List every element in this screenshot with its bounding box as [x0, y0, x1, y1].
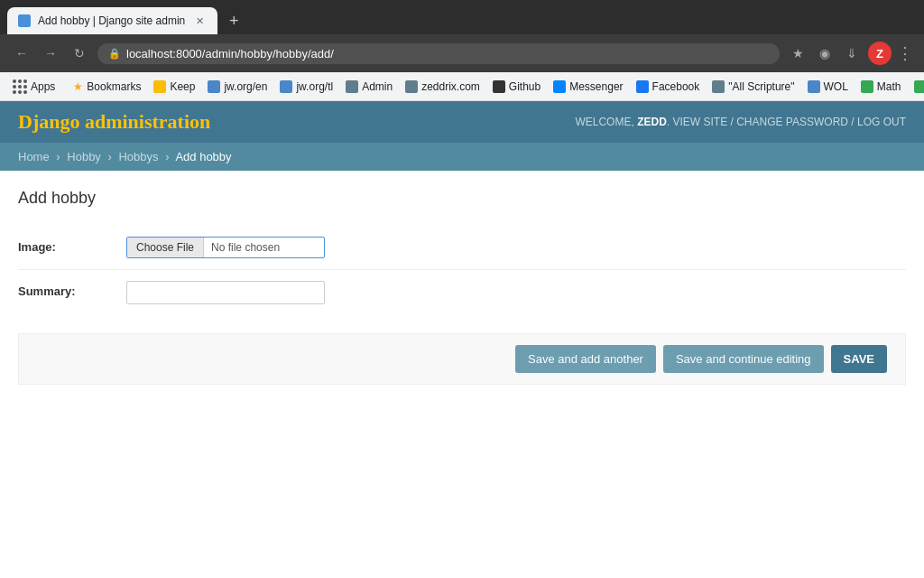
summary-input[interactable]: [126, 281, 325, 304]
bookmark-star-icon: ★: [73, 80, 83, 93]
bookmark-all-scripture[interactable]: "All Scripture": [707, 78, 799, 96]
bookmark-science[interactable]: Science: [909, 78, 924, 96]
django-site-title: Django administration: [18, 110, 210, 134]
breadcrumb-sep-3: ›: [165, 150, 169, 163]
save-continue-editing-button[interactable]: Save and continue editing: [663, 345, 824, 373]
image-form-row: Image: Choose File No file chosen: [18, 226, 906, 270]
bookmark-label: WOL: [824, 80, 848, 93]
add-hobby-form: Image: Choose File No file chosen Summar…: [18, 226, 906, 315]
bookmark-github[interactable]: Github: [487, 78, 546, 96]
bookmarks-bar: Apps ★ Bookmarks Keep jw.org/en jw.org/t…: [0, 72, 924, 101]
bookmark-jw-tl[interactable]: jw.org/tl: [274, 78, 338, 96]
bookmark-label: Github: [509, 80, 541, 93]
apps-bookmark[interactable]: Apps: [7, 77, 60, 97]
submit-row: Save and add another Save and continue e…: [18, 333, 906, 385]
breadcrumb-bar: Home › Hobby › Hobbys › Add hobby: [0, 143, 924, 171]
summary-label: Summary:: [18, 281, 126, 298]
browser-menu-icon[interactable]: ⋮: [897, 45, 913, 61]
all-scripture-icon: [712, 80, 725, 93]
bookmark-wol[interactable]: WOL: [802, 78, 854, 96]
lock-icon: 🔒: [108, 48, 121, 60]
apps-label: Apps: [31, 80, 55, 93]
address-bar: ← → ↻ 🔒 localhost:8000/admin/hobby/hobby…: [0, 34, 924, 72]
bookmark-label: Bookmarks: [87, 80, 141, 93]
apps-grid-icon: [13, 79, 27, 94]
tab-favicon: [18, 14, 31, 27]
bookmark-messenger[interactable]: Messenger: [548, 78, 628, 96]
bookmark-label: Messenger: [569, 80, 623, 93]
science-icon: [914, 80, 924, 93]
breadcrumb-hobby-app[interactable]: Hobby: [67, 150, 101, 163]
breadcrumb-sep-2: ›: [107, 150, 111, 163]
breadcrumb-sep-1: ›: [56, 150, 60, 163]
browser-window: Add hobby | Django site admin ✕ + ← → ↻ …: [0, 0, 924, 403]
url-text: localhost:8000/admin/hobby/hobby/add/: [126, 47, 334, 61]
admin-icon: [346, 80, 358, 93]
file-name-display: No file chosen: [204, 238, 287, 257]
github-icon: [493, 80, 505, 93]
messenger-icon: [553, 80, 566, 93]
reload-button[interactable]: ↻: [69, 42, 90, 64]
image-label: Image:: [18, 237, 126, 254]
bookmark-keep[interactable]: Keep: [148, 78, 200, 96]
downloads-icon[interactable]: ⇓: [841, 42, 863, 64]
bookmark-zeddrix[interactable]: zeddrix.com: [400, 78, 485, 96]
image-widget: Choose File No file chosen: [126, 237, 906, 258]
bookmark-label: Admin: [362, 80, 393, 93]
django-username: ZEDD: [637, 116, 667, 128]
bookmark-facebook[interactable]: Facebook: [631, 78, 706, 96]
summary-widget: [126, 281, 906, 304]
breadcrumb: Home › Hobby › Hobbys › Add hobby: [18, 150, 906, 163]
breadcrumb-current: Add hobby: [175, 150, 231, 163]
forward-button[interactable]: →: [40, 42, 61, 64]
active-tab[interactable]: Add hobby | Django site admin ✕: [7, 7, 217, 34]
bookmark-jw-en[interactable]: jw.org/en: [202, 78, 273, 96]
page-title: Add hobby: [18, 189, 906, 208]
file-input-wrapper: Choose File No file chosen: [126, 237, 325, 258]
bookmark-label: Facebook: [652, 80, 700, 93]
bookmark-label: Math: [877, 80, 901, 93]
profile-button[interactable]: Z: [868, 42, 892, 65]
back-button[interactable]: ←: [11, 42, 32, 64]
browser-actions: ★ ◉ ⇓ Z ⋮: [787, 42, 913, 65]
browser-menu-extensions-icon[interactable]: ◉: [814, 42, 836, 64]
view-site-link[interactable]: VIEW SITE: [672, 116, 727, 128]
tab-title: Add hobby | Django site admin: [38, 14, 185, 27]
url-bar[interactable]: 🔒 localhost:8000/admin/hobby/hobby/add/: [97, 43, 780, 64]
bookmark-label: Keep: [170, 80, 195, 93]
bookmark-label: jw.org/tl: [296, 80, 333, 93]
bookmark-math[interactable]: Math: [855, 78, 907, 96]
facebook-icon: [636, 80, 649, 93]
new-tab-button[interactable]: +: [221, 8, 246, 33]
keep-icon: [153, 80, 166, 93]
bookmark-label: "All Scripture": [728, 80, 794, 93]
wol-icon: [808, 80, 820, 93]
jw-icon: [208, 80, 220, 93]
django-header: Django administration WELCOME, ZEDD. VIE…: [0, 101, 924, 143]
logout-link[interactable]: LOG OUT: [857, 116, 906, 128]
tab-close-button[interactable]: ✕: [192, 14, 207, 28]
django-user-info: WELCOME, ZEDD. VIEW SITE / CHANGE PASSWO…: [575, 116, 906, 128]
summary-form-row: Summary:: [18, 270, 906, 315]
change-password-link[interactable]: CHANGE PASSWORD: [736, 116, 848, 128]
save-button[interactable]: SAVE: [831, 345, 887, 373]
welcome-prefix: WELCOME,: [575, 116, 633, 128]
zeddrix-icon: [405, 80, 418, 93]
main-content: Add hobby Image: Choose File No file cho…: [0, 171, 924, 403]
bookmark-star-icon[interactable]: ★: [787, 42, 808, 64]
tab-bar: Add hobby | Django site admin ✕ +: [0, 0, 924, 34]
bookmark-label: zeddrix.com: [421, 80, 480, 93]
math-icon: [861, 80, 873, 93]
bookmark-admin[interactable]: Admin: [340, 78, 398, 96]
choose-file-button[interactable]: Choose File: [127, 238, 204, 257]
save-add-another-button[interactable]: Save and add another: [515, 345, 656, 373]
bookmark-bookmarks[interactable]: ★ Bookmarks: [68, 78, 146, 96]
breadcrumb-hobbys[interactable]: Hobbys: [118, 150, 158, 163]
django-admin-app: Django administration WELCOME, ZEDD. VIE…: [0, 101, 924, 403]
bookmark-label: jw.org/en: [224, 80, 267, 93]
jw-tl-icon: [280, 80, 292, 93]
breadcrumb-home[interactable]: Home: [18, 150, 50, 163]
